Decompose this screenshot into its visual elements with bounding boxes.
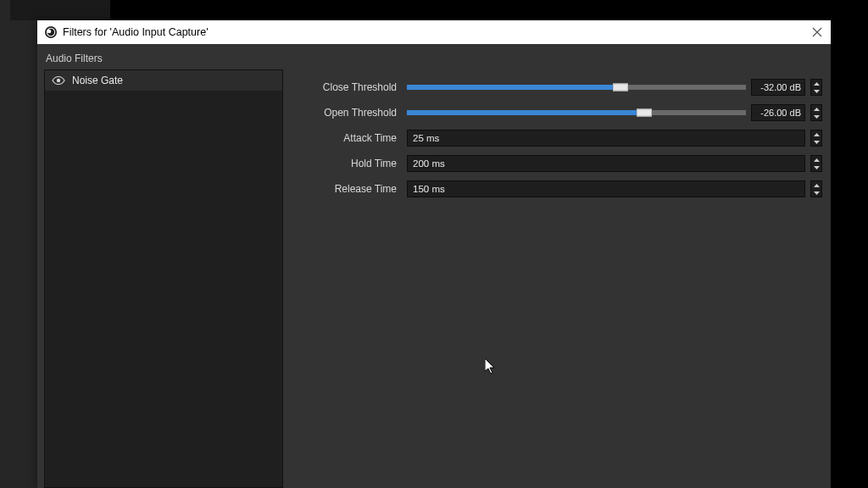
- value-close-threshold[interactable]: -32.00 dB: [751, 79, 805, 96]
- slider-thumb[interactable]: [613, 84, 628, 92]
- slider-open-threshold[interactable]: [407, 110, 746, 115]
- svg-marker-14: [814, 166, 820, 169]
- slider-close-threshold[interactable]: [407, 85, 746, 90]
- svg-marker-8: [814, 90, 820, 93]
- eye-icon[interactable]: [52, 74, 65, 87]
- row-close-threshold: Close Threshold -32.00 dB: [292, 75, 822, 100]
- svg-marker-12: [814, 141, 820, 144]
- spin-up[interactable]: [811, 130, 821, 138]
- close-button[interactable]: [809, 24, 826, 41]
- spinner-open-threshold: [810, 104, 822, 121]
- svg-point-3: [47, 30, 52, 34]
- row-open-threshold: Open Threshold -26.00 dB: [292, 100, 822, 125]
- input-release-time[interactable]: 150 ms: [407, 180, 805, 197]
- titlebar: Filters for 'Audio Input Capture': [37, 20, 831, 44]
- obs-app-icon: [44, 25, 58, 39]
- svg-marker-11: [814, 133, 820, 136]
- window-title: Filters for 'Audio Input Capture': [63, 26, 209, 38]
- spinner-release-time: [810, 180, 822, 197]
- label-attack-time: Attack Time: [292, 132, 402, 144]
- row-attack-time: Attack Time 25 ms: [292, 125, 822, 151]
- spinner-attack-time: [810, 130, 822, 147]
- label-hold-time: Hold Time: [292, 158, 402, 169]
- spin-up[interactable]: [811, 105, 821, 113]
- filter-item-label: Noise Gate: [72, 75, 123, 86]
- spinner-close-threshold: [810, 79, 822, 96]
- row-release-time: Release Time 150 ms: [292, 176, 822, 202]
- filters-dialog: Filters for 'Audio Input Capture' Audio …: [37, 20, 831, 488]
- svg-point-6: [57, 79, 60, 82]
- input-hold-time[interactable]: 200 ms: [407, 155, 805, 172]
- svg-marker-15: [814, 184, 820, 187]
- spin-up[interactable]: [811, 181, 821, 189]
- spin-down[interactable]: [811, 138, 821, 146]
- section-header: Audio Filters: [37, 44, 831, 69]
- spin-up[interactable]: [811, 80, 821, 87]
- dialog-body: Noise Gate Close Threshold -32.00 dB: [37, 69, 831, 488]
- input-attack-time[interactable]: 25 ms: [407, 130, 805, 147]
- label-close-threshold: Close Threshold: [292, 81, 402, 93]
- spin-down[interactable]: [811, 87, 821, 95]
- filters-list: Noise Gate: [44, 69, 283, 488]
- svg-marker-10: [814, 115, 820, 119]
- filter-settings-pane: Close Threshold -32.00 dB Open Threshold: [283, 69, 831, 488]
- slider-thumb[interactable]: [637, 109, 652, 117]
- slider-fill: [407, 85, 617, 90]
- spin-down[interactable]: [811, 113, 821, 120]
- svg-marker-13: [814, 158, 820, 162]
- label-release-time: Release Time: [292, 183, 402, 195]
- dialog-content: Audio Filters Noise Gate Close Threshold: [37, 44, 831, 488]
- label-open-threshold: Open Threshold: [292, 107, 402, 119]
- svg-marker-16: [814, 191, 820, 195]
- spin-down[interactable]: [811, 164, 821, 171]
- value-open-threshold[interactable]: -26.00 dB: [751, 104, 805, 121]
- row-hold-time: Hold Time 200 ms: [292, 151, 822, 176]
- spin-down[interactable]: [811, 189, 821, 197]
- filter-item-noise-gate[interactable]: Noise Gate: [45, 70, 282, 91]
- svg-marker-7: [814, 82, 820, 86]
- svg-marker-9: [814, 108, 820, 111]
- slider-fill: [407, 110, 641, 115]
- background-panel-top: [10, 0, 110, 20]
- spinner-hold-time: [810, 155, 822, 172]
- spin-up[interactable]: [811, 156, 821, 164]
